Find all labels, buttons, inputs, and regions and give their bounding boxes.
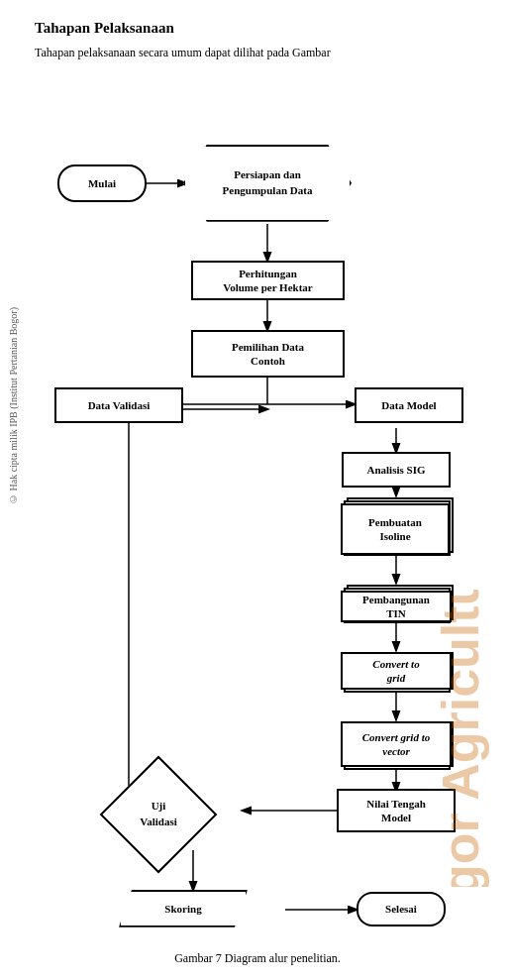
figure-caption: Gambar 7 Diagram alur penelitian.: [35, 951, 480, 966]
watermark-big-text: Bogor Agricultural: [431, 590, 490, 887]
perhitungan-shape: PerhitunganVolume per Hektar: [191, 261, 345, 300]
selesai-label: Selesai: [385, 903, 417, 915]
section-title: Tahapan Pelaksanaan: [35, 20, 480, 37]
uji-validasi-label: UjiValidasi: [140, 799, 177, 829]
data-validasi-label: Data Validasi: [88, 399, 151, 411]
intro-text: Tahapan pelaksanaan secara umum dapat di…: [35, 45, 480, 61]
perhitungan-label: PerhitunganVolume per Hektar: [223, 267, 312, 295]
mulai-label: Mulai: [88, 177, 116, 189]
skoring-shape: Skoring: [119, 890, 248, 927]
pemilihan-label: Pemilihan DataContoh: [232, 340, 304, 369]
watermark-text-left: © Hak cipta milik IPB (Institut Pertania…: [8, 307, 20, 504]
pembuatan-isoline-shape: PembuatanIsoline: [341, 503, 450, 555]
uji-validasi-wrap: UjiValidasi: [99, 771, 218, 858]
data-model-shape: Data Model: [355, 387, 463, 423]
watermark-left: © Hak cipta milik IPB (Institut Pertania…: [0, 198, 28, 614]
pemilihan-shape: Pemilihan DataContoh: [191, 330, 345, 378]
data-validasi-shape: Data Validasi: [54, 387, 183, 423]
persiapan-shape: Persiapan danPengumpulan Data: [183, 145, 352, 222]
persiapan-label: Persiapan danPengumpulan Data: [223, 167, 313, 198]
analisis-sig-label: Analisis SIG: [367, 464, 426, 476]
skoring-label: Skoring: [164, 903, 201, 915]
persiapan-box: Persiapan danPengumpulan Data: [183, 145, 352, 222]
pembuatan-isoline-label: PembuatanIsoline: [368, 515, 422, 544]
analisis-sig-shape: Analisis SIG: [342, 452, 451, 488]
watermark-right: Bogor Agricultural: [381, 590, 510, 887]
mulai-shape: Mulai: [57, 164, 147, 202]
selesai-shape: Selesai: [357, 892, 446, 926]
data-model-label: Data Model: [381, 399, 436, 411]
